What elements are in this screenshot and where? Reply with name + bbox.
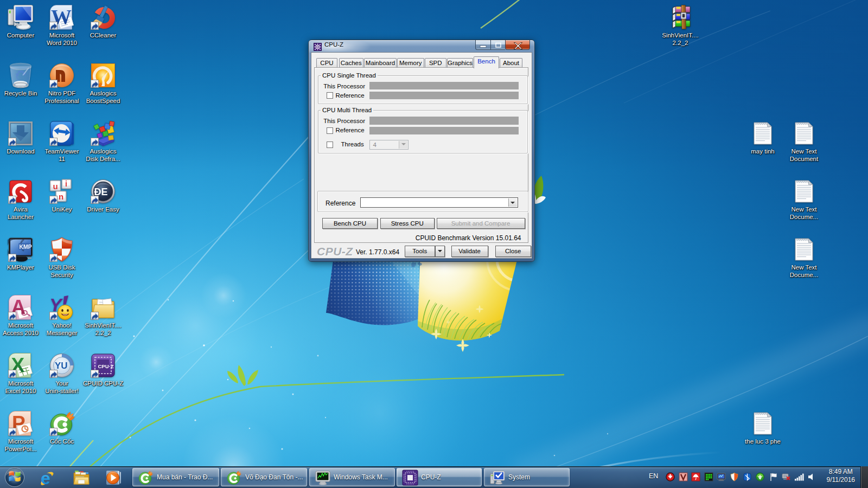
svg-text:CPU·Z: CPU·Z — [98, 363, 114, 369]
svg-text:u: u — [53, 182, 58, 191]
svg-text:n: n — [59, 192, 63, 201]
svg-text:KMP: KMP — [20, 243, 32, 250]
svg-text:e: e — [41, 470, 50, 486]
svg-text:i: i — [65, 179, 67, 188]
